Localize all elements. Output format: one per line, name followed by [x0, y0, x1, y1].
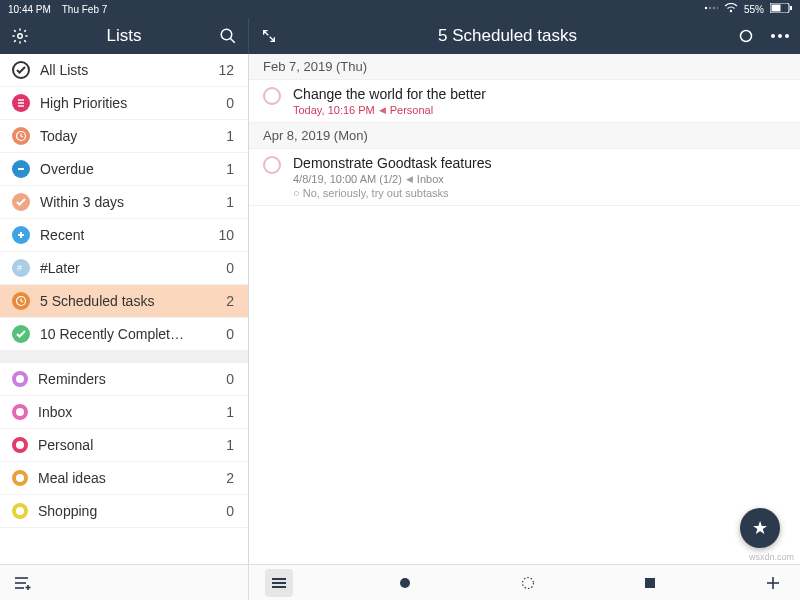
list-color-icon: # — [12, 259, 30, 277]
list-count: 0 — [226, 95, 234, 111]
status-date: Thu Feb 7 — [62, 4, 108, 15]
battery-icon — [770, 3, 792, 15]
view-month-icon[interactable] — [639, 572, 661, 594]
status-time: 10:44 PM — [8, 4, 51, 15]
task-meta: Today, 10:16 PM ◀ Personal — [293, 104, 486, 116]
sidebar-item[interactable]: Shopping 0 — [0, 495, 248, 528]
list-label: All Lists — [40, 62, 88, 78]
sidebar-item[interactable]: 5 Scheduled tasks 2 — [0, 285, 248, 318]
sidebar-item[interactable]: Meal ideas 2 — [0, 462, 248, 495]
header-bar: Lists 5 Scheduled tasks — [0, 18, 800, 54]
sidebar-item[interactable]: All Lists 12 — [0, 54, 248, 87]
sidebar-item[interactable]: Personal 1 — [0, 429, 248, 462]
list-color-icon — [12, 404, 28, 420]
list-count: 0 — [226, 326, 234, 342]
svg-rect-34 — [645, 578, 655, 588]
sidebar-item[interactable]: Today 1 — [0, 120, 248, 153]
list-count: 1 — [226, 161, 234, 177]
list-color-icon — [12, 193, 30, 211]
date-group-header: Apr 8, 2019 (Mon) — [249, 123, 800, 149]
list-color-icon — [12, 437, 28, 453]
list-count: 12 — [218, 62, 234, 78]
sidebar-item[interactable]: High Priorities 0 — [0, 87, 248, 120]
list-label: 10 Recently Completed… — [40, 326, 190, 342]
task-row[interactable]: Demonstrate Goodtask features 4/8/19, 10… — [249, 149, 800, 206]
svg-text:#: # — [17, 263, 22, 273]
list-add-icon[interactable] — [12, 572, 34, 594]
list-color-icon — [12, 503, 28, 519]
main-title: 5 Scheduled tasks — [279, 26, 736, 46]
list-label: 5 Scheduled tasks — [40, 293, 154, 309]
list-tag-icon: ◀ — [379, 105, 386, 115]
task-checkbox-icon[interactable] — [263, 87, 281, 105]
svg-point-13 — [778, 34, 782, 38]
sidebar: All Lists 12 High Priorities 0 Today 1 O… — [0, 54, 249, 564]
list-color-icon — [12, 160, 30, 178]
task-row[interactable]: Change the world for the better Today, 1… — [249, 80, 800, 123]
settings-gear-icon[interactable] — [10, 26, 30, 46]
svg-point-9 — [221, 29, 232, 40]
sidebar-item[interactable]: Overdue 1 — [0, 153, 248, 186]
main-pane: Feb 7, 2019 (Thu) Change the world for t… — [249, 54, 800, 564]
sidebar-item[interactable]: Within 3 days 1 — [0, 186, 248, 219]
svg-point-11 — [741, 31, 752, 42]
wifi-icon — [724, 3, 738, 15]
view-week-icon[interactable] — [517, 572, 539, 594]
svg-point-14 — [785, 34, 789, 38]
list-label: Within 3 days — [40, 194, 124, 210]
list-color-icon — [12, 94, 30, 112]
svg-point-4 — [730, 10, 732, 12]
list-label: Inbox — [38, 404, 72, 420]
date-group-header: Feb 7, 2019 (Thu) — [249, 54, 800, 80]
battery-percent: 55% — [744, 4, 764, 15]
svg-rect-6 — [772, 5, 781, 12]
task-subtask: ○ No, seriously, try out subtasks — [293, 187, 491, 199]
list-color-icon — [12, 371, 28, 387]
expand-icon[interactable] — [259, 26, 279, 46]
view-day-icon[interactable] — [394, 572, 416, 594]
list-count: 2 — [226, 470, 234, 486]
svg-point-0 — [705, 7, 707, 9]
list-color-icon — [12, 226, 30, 244]
svg-point-1 — [709, 7, 711, 9]
circle-icon[interactable] — [736, 26, 756, 46]
view-list-icon[interactable] — [265, 569, 293, 597]
list-label: Overdue — [40, 161, 94, 177]
list-count: 0 — [226, 260, 234, 276]
task-title: Demonstrate Goodtask features — [293, 155, 491, 171]
list-count: 0 — [226, 371, 234, 387]
list-tag-icon: ◀ — [406, 174, 413, 184]
list-count: 1 — [226, 404, 234, 420]
list-color-icon — [12, 325, 30, 343]
list-label: #Later — [40, 260, 80, 276]
list-count: 1 — [226, 437, 234, 453]
svg-point-8 — [18, 34, 23, 39]
task-meta: 4/8/19, 10:00 AM (1/2) ◀ Inbox — [293, 173, 491, 185]
task-checkbox-icon[interactable] — [263, 156, 281, 174]
list-label: Shopping — [38, 503, 97, 519]
list-count: 1 — [226, 194, 234, 210]
status-time-date: 10:44 PM Thu Feb 7 — [8, 4, 107, 15]
list-color-icon — [12, 470, 28, 486]
list-count: 1 — [226, 128, 234, 144]
list-label: High Priorities — [40, 95, 127, 111]
search-icon[interactable] — [218, 26, 238, 46]
sidebar-item[interactable]: Recent 10 — [0, 219, 248, 252]
list-color-icon — [12, 127, 30, 145]
more-icon[interactable] — [770, 26, 790, 46]
svg-point-3 — [717, 7, 718, 9]
add-task-icon[interactable] — [762, 572, 784, 594]
favorite-fab-button[interactable]: ★ — [740, 508, 780, 548]
sidebar-item[interactable]: Inbox 1 — [0, 396, 248, 429]
list-color-icon — [12, 61, 30, 79]
svg-rect-7 — [790, 6, 792, 10]
list-count: 0 — [226, 503, 234, 519]
svg-line-10 — [230, 38, 235, 43]
sidebar-item[interactable]: Reminders 0 — [0, 363, 248, 396]
list-color-icon — [12, 292, 30, 310]
task-title: Change the world for the better — [293, 86, 486, 102]
sidebar-item[interactable]: # #Later 0 — [0, 252, 248, 285]
footer-toolbar — [0, 564, 800, 600]
sidebar-title: Lists — [30, 26, 218, 46]
sidebar-item[interactable]: 10 Recently Completed… 0 — [0, 318, 248, 351]
